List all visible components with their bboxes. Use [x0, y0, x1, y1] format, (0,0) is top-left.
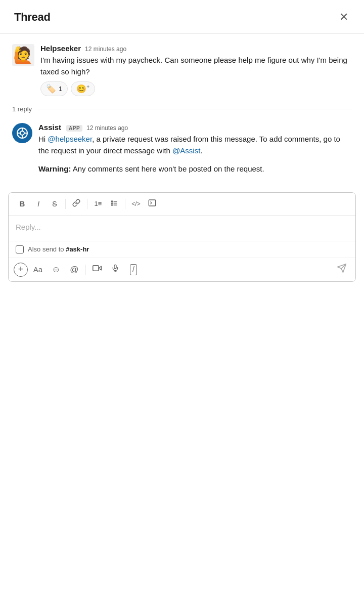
- svg-line-14: [151, 203, 152, 204]
- warning-label: Warning:: [38, 164, 71, 173]
- bold-button[interactable]: B: [15, 197, 30, 211]
- avatar-emoji: 🙋: [13, 46, 33, 65]
- also-send-checkbox[interactable]: [16, 245, 24, 253]
- sender-name: Helpseeker: [40, 44, 81, 53]
- divider-line: [37, 109, 352, 109]
- page-title: Thread: [14, 11, 51, 24]
- strikethrough-button[interactable]: S: [47, 197, 62, 211]
- slash-command-button[interactable]: /: [125, 262, 142, 278]
- microphone-icon: [111, 264, 119, 275]
- send-icon: [337, 263, 347, 276]
- assist-message-timestamp: 12 minutes ago: [86, 124, 128, 132]
- audio-button[interactable]: [107, 262, 123, 278]
- code-button[interactable]: </>: [128, 197, 144, 211]
- strikethrough-icon: S: [52, 200, 57, 208]
- emoji-icon: ☺: [52, 265, 60, 275]
- link-button[interactable]: [69, 197, 84, 211]
- slash-icon: /: [130, 264, 137, 275]
- reactions-row: 🏷️ 1 😊+: [40, 81, 352, 96]
- unordered-list-button[interactable]: [107, 197, 122, 211]
- mention-assist[interactable]: @Assist: [172, 146, 200, 155]
- original-message-timestamp: 12 minutes ago: [85, 46, 126, 53]
- svg-point-11: [111, 204, 112, 205]
- add-reaction-icon: 😊+: [76, 84, 89, 94]
- assist-text-end: .: [200, 146, 202, 155]
- also-send-row: Also send to #ask-hr: [9, 241, 355, 258]
- toolbar-divider-3: [125, 199, 125, 209]
- svg-rect-12: [149, 200, 155, 206]
- reply-input[interactable]: Reply...: [9, 216, 355, 241]
- formatting-toolbar: B I S 1≡: [9, 193, 355, 216]
- svg-point-9: [111, 201, 112, 202]
- warning-body: Any comments sent here won't be posted o…: [71, 164, 264, 173]
- action-divider: [85, 265, 86, 275]
- code-icon: </>: [131, 200, 140, 207]
- emoji-button[interactable]: ☺: [48, 262, 64, 278]
- original-message: 🙋 Helpseeker 12 minutes ago I'm having i…: [0, 40, 364, 100]
- code-block-button[interactable]: [145, 197, 160, 211]
- composer-actions: + Aa ☺ @ /: [9, 258, 355, 281]
- close-button[interactable]: ✕: [336, 9, 352, 25]
- reply-composer: B I S 1≡: [8, 192, 356, 282]
- svg-rect-16: [93, 266, 99, 271]
- reply-divider: 1 reply: [0, 101, 364, 117]
- toolbar-divider-1: [65, 199, 66, 209]
- mention-button[interactable]: @: [66, 262, 82, 278]
- svg-marker-15: [99, 267, 101, 271]
- svg-point-10: [111, 202, 112, 203]
- mention-helpseeker[interactable]: @helpseeker: [48, 135, 92, 143]
- also-send-text: Also send to: [28, 245, 66, 253]
- assist-message-text: Hi @helpseeker, a private request was ra…: [38, 134, 352, 156]
- also-send-label: Also send to #ask-hr: [28, 245, 89, 253]
- assist-message-header: Assist APP 12 minutes ago: [38, 123, 352, 132]
- assist-lifesaver-icon: [16, 127, 28, 139]
- font-button[interactable]: Aa: [30, 262, 46, 278]
- helpseeker-avatar: 🙋: [12, 44, 34, 66]
- video-button[interactable]: [89, 262, 105, 278]
- reply-count: 1 reply: [12, 105, 32, 113]
- messages-area: 🙋 Helpseeker 12 minutes ago I'm having i…: [0, 34, 364, 184]
- svg-rect-17: [114, 265, 116, 269]
- unordered-list-icon: [111, 199, 118, 208]
- reaction-button[interactable]: 🏷️ 1: [40, 81, 68, 96]
- font-icon: Aa: [33, 265, 42, 274]
- svg-line-13: [151, 202, 152, 203]
- assist-sender-name: Assist: [38, 123, 61, 132]
- italic-icon: I: [37, 199, 39, 208]
- ordered-list-button[interactable]: 1≡: [90, 197, 106, 211]
- toolbar-divider-2: [87, 199, 87, 209]
- send-button[interactable]: [333, 261, 350, 278]
- video-icon: [93, 264, 102, 275]
- original-message-content: Helpseeker 12 minutes ago I'm having iss…: [40, 44, 352, 96]
- also-send-channel: #ask-hr: [66, 245, 89, 253]
- original-message-text: I'm having issues with my paycheck. Can …: [40, 55, 352, 77]
- assist-text-before: Hi: [38, 135, 48, 143]
- svg-point-1: [20, 131, 24, 135]
- code-block-icon: [148, 199, 156, 208]
- thread-header: Thread ✕: [0, 0, 364, 34]
- assist-message: Assist APP 12 minutes ago Hi @helpseeker…: [0, 118, 364, 180]
- reaction-emoji: 🏷️: [46, 84, 56, 94]
- italic-button[interactable]: I: [31, 197, 46, 211]
- add-button[interactable]: +: [14, 263, 28, 277]
- reply-placeholder: Reply...: [16, 223, 41, 231]
- app-badge: APP: [66, 125, 82, 132]
- bold-icon: B: [20, 199, 25, 208]
- warning-text: Warning: Any comments sent here won't be…: [38, 163, 352, 175]
- ordered-list-icon: 1≡: [95, 200, 102, 207]
- reaction-count: 1: [59, 85, 62, 93]
- assist-message-content: Assist APP 12 minutes ago Hi @helpseeker…: [38, 123, 352, 175]
- at-icon: @: [70, 265, 78, 275]
- link-icon: [72, 199, 80, 208]
- original-message-header: Helpseeker 12 minutes ago: [40, 44, 352, 53]
- assist-avatar: [12, 123, 32, 143]
- add-reaction-button[interactable]: 😊+: [71, 81, 95, 96]
